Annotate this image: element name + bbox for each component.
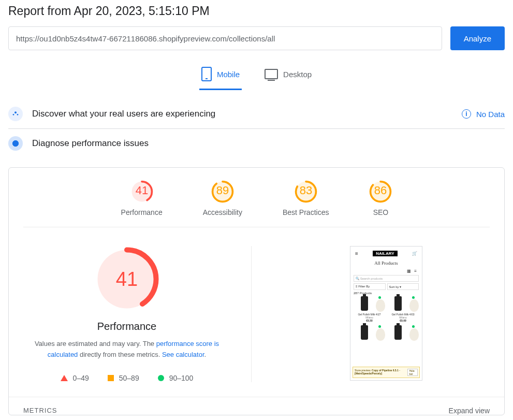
- ss-preview-banner: Store preview. Copy of Pipeline 6.5.1 - …: [353, 367, 420, 378]
- ss-menu-icon: ≡: [355, 251, 358, 256]
- circle-icon: [158, 375, 164, 381]
- analyze-button[interactable]: Analyze: [450, 26, 505, 50]
- url-input[interactable]: [8, 26, 442, 50]
- ss-view-toggle: ▦ ≡: [354, 269, 419, 273]
- users-icon: [8, 107, 23, 121]
- tab-desktop[interactable]: Desktop: [262, 63, 314, 90]
- ss-logo: NAILARY: [373, 251, 397, 256]
- svg-point-1: [13, 114, 14, 115]
- svg-text:41: 41: [135, 184, 148, 197]
- svg-text:83: 83: [299, 184, 312, 197]
- diagnose-title: Diagnose performance issues: [32, 138, 149, 149]
- expand-view-link[interactable]: Expand view: [449, 407, 490, 415]
- svg-point-2: [17, 114, 19, 115]
- diagnose-icon: [8, 136, 23, 151]
- info-icon: i: [462, 109, 471, 119]
- metrics-heading: METRICS: [23, 407, 57, 415]
- square-icon: [108, 375, 114, 381]
- tab-mobile[interactable]: Mobile: [199, 63, 242, 90]
- page-screenshot: ≡ NAILARY 🛒 All Products ▦ ≡ 🔍 Search pr…: [350, 246, 422, 381]
- ss-filter: ≡ Filter By: [354, 283, 386, 290]
- no-data-label: No Data: [476, 110, 505, 119]
- diagnose-section: Diagnose performance issues: [8, 129, 505, 158]
- performance-big-gauge: 41: [94, 246, 160, 312]
- report-title: Report from Apr 20, 2023, 5:15:10 PM: [8, 4, 505, 18]
- discover-title: Discover what your real users are experi…: [32, 109, 215, 119]
- desktop-icon: [265, 69, 278, 79]
- tab-mobile-label: Mobile: [217, 70, 240, 79]
- ss-cart-icon: 🛒: [412, 251, 417, 256]
- gauge-seo[interactable]: 86 SEO: [369, 180, 392, 216]
- triangle-icon: [61, 375, 68, 381]
- tab-desktop-label: Desktop: [283, 70, 312, 79]
- ss-search: 🔍 Search products: [354, 275, 419, 282]
- no-data-link[interactable]: i No Data: [462, 109, 505, 119]
- score-legend: 0–49 50–89 90–100: [61, 374, 194, 382]
- gauge-accessibility[interactable]: 89 Accessibility: [203, 180, 242, 216]
- mobile-icon: [201, 67, 212, 81]
- ss-product: Gel Polish Milk 4/03 Milano €9,69: [387, 296, 419, 322]
- gauge-best-practices[interactable]: 83 Best Practices: [283, 180, 329, 216]
- performance-description: Values are estimated and may vary. The p…: [23, 339, 230, 360]
- report-card: 41 Performance 89 Accessibility 83 Best …: [8, 167, 505, 415]
- gauge-performance[interactable]: 41 Performance: [121, 180, 163, 216]
- see-calculator-link[interactable]: See calculator: [162, 351, 204, 358]
- svg-text:86: 86: [374, 184, 387, 197]
- performance-heading: Performance: [97, 321, 157, 332]
- ss-page-title: All Products: [354, 260, 419, 266]
- ss-product: Gel Polish Milk 4/27 Milano €9,50: [354, 296, 385, 322]
- svg-point-0: [14, 111, 17, 113]
- svg-text:89: 89: [216, 184, 229, 197]
- discover-section: Discover what your real users are experi…: [8, 99, 505, 129]
- ss-sort: Sort by ▾: [387, 283, 419, 290]
- big-gauge-score: 41: [94, 246, 160, 312]
